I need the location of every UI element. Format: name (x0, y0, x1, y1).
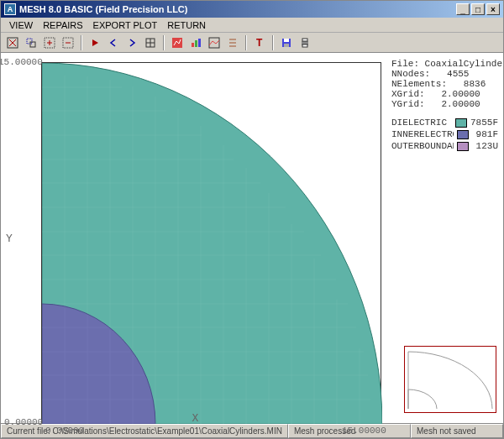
info-ygrid: YGrid: 2.00000 (391, 99, 498, 109)
plot-style-2-icon[interactable] (187, 34, 204, 51)
legend-row-outerboundar: OUTERBOUNDAR 123U (391, 141, 498, 151)
status-right: Mesh not saved (411, 424, 503, 438)
save-icon[interactable] (278, 34, 295, 51)
separator (272, 35, 274, 50)
legend-swatch (457, 142, 469, 151)
separator (163, 35, 165, 50)
status-file: Current file: C:\Simulations\Electrostat… (1, 424, 288, 438)
separator (81, 35, 82, 50)
menu-view[interactable]: VIEW (9, 20, 33, 30)
zoom-out-icon[interactable] (60, 34, 76, 51)
separator (245, 35, 247, 50)
legend-swatch (457, 130, 469, 139)
svg-rect-14 (284, 44, 289, 47)
x-tick-max: 15.00000 (342, 426, 386, 436)
zoom-in-icon[interactable] (41, 34, 58, 51)
titlebar: A MESH 8.0 BASIC (Field Precision LLC) _… (1, 1, 503, 18)
info-nelements: NElements: 8836 (391, 79, 498, 89)
plot-style-1-icon[interactable] (169, 34, 186, 51)
legend-swatch (455, 118, 467, 128)
menu-repairs[interactable]: REPAIRS (43, 20, 82, 30)
svg-rect-13 (284, 39, 289, 42)
x-axis-label: X (192, 412, 199, 425)
close-button[interactable]: × (486, 3, 500, 15)
play-icon[interactable] (87, 34, 103, 51)
grid-icon[interactable] (142, 34, 159, 51)
plot-style-4-icon[interactable] (224, 34, 241, 51)
y-tick-max: 15.00000 (0, 57, 43, 67)
svg-rect-2 (30, 42, 35, 47)
menubar: VIEW REPAIRS EXPORT PLOT RETURN (1, 18, 503, 33)
legend-row-dielectric: DIELECTRIC 7855F (391, 118, 498, 128)
toolbar: T (1, 33, 503, 53)
info-file: File: CoaxialCylinders (391, 59, 498, 69)
zoom-extents-icon[interactable] (4, 34, 21, 51)
maximize-button[interactable]: □ (471, 3, 485, 15)
svg-rect-6 (172, 38, 182, 48)
mesh-plot (42, 63, 382, 424)
plot-box[interactable] (41, 62, 381, 423)
svg-rect-9 (198, 39, 201, 47)
nav-left-icon[interactable] (105, 34, 122, 51)
svg-text:T: T (256, 37, 263, 49)
info-xgrid: XGrid: 2.00000 (391, 89, 498, 99)
text-tool-icon[interactable]: T (251, 34, 268, 51)
y-tick-min: 0.00000 (4, 417, 43, 427)
svg-rect-1 (27, 39, 32, 44)
svg-rect-16 (302, 39, 307, 41)
svg-rect-17 (302, 44, 307, 47)
y-axis-label: Y (6, 233, 13, 245)
x-tick-min: 0.00000 (45, 426, 84, 436)
svg-rect-8 (195, 40, 197, 47)
info-panel: File: CoaxialCylinders NNodes: 4555 NEle… (390, 54, 503, 423)
info-nnodes: NNodes: 4555 (391, 69, 498, 79)
print-icon[interactable] (297, 34, 313, 51)
legend: DIELECTRIC 7855F INNERELECTRO 981F OUTER… (391, 118, 498, 151)
overview-navigator[interactable] (404, 346, 496, 413)
content-area: Y 15.00000 0.00000 0.00000 1 (1, 53, 503, 423)
plot-style-3-icon[interactable] (206, 34, 223, 51)
menu-return[interactable]: RETURN (167, 20, 206, 30)
menu-export-plot[interactable]: EXPORT PLOT (93, 20, 158, 30)
svg-rect-7 (192, 43, 194, 47)
window-title: MESH 8.0 BASIC (Field Precision LLC) (19, 4, 187, 14)
legend-row-innerelectro: INNERELECTRO 981F (391, 129, 498, 139)
minimize-button[interactable]: _ (456, 3, 470, 15)
app-icon: A (4, 3, 16, 15)
plot-area: Y 15.00000 0.00000 0.00000 1 (1, 54, 390, 423)
nav-right-icon[interactable] (123, 34, 140, 51)
zoom-window-icon[interactable] (23, 34, 39, 51)
